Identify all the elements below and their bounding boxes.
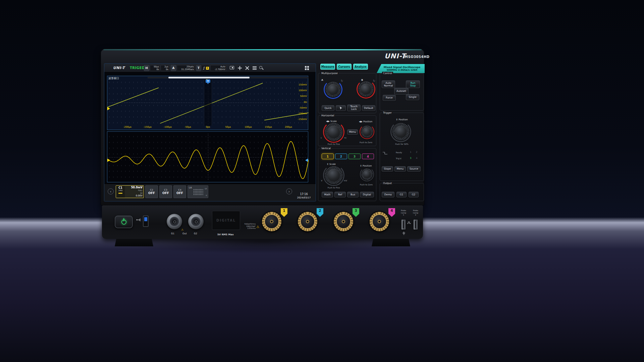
window-layout-icon[interactable] <box>305 66 309 70</box>
horizontal-menu-panel-button[interactable]: Menu <box>347 129 358 135</box>
slope-edge-icon <box>382 151 388 155</box>
force-button[interactable]: Force <box>383 95 396 101</box>
output-title: Output <box>382 182 393 185</box>
multipurpose-a-knob[interactable] <box>325 82 341 97</box>
timebase-zoom-field[interactable]: 2μs 0s <box>161 65 169 71</box>
channel4-tab: 4 <box>388 208 395 217</box>
y-label: 0V <box>304 101 307 104</box>
channel1-button[interactable]: 1 <box>322 154 334 159</box>
left-foot <box>115 239 153 246</box>
bus-button[interactable]: Bus <box>347 192 359 197</box>
x-label: 100μs <box>245 126 252 128</box>
v-position-label: ⇕ Position <box>360 165 372 167</box>
overview-scrollbar[interactable] <box>148 77 309 78</box>
measure-label: Measure <box>321 65 334 68</box>
banner-line2: 500MHz 2.5GSa/s 12bit <box>387 69 418 72</box>
ref-button[interactable]: Ref <box>334 192 346 197</box>
h-unit-ns: ns <box>344 136 346 139</box>
next-page-button[interactable]: › <box>286 188 292 194</box>
zoom-window-band[interactable] <box>204 79 212 126</box>
trigger-settings-field[interactable]: Auto -2.700mV <box>210 65 226 71</box>
slope-button[interactable]: Slope <box>382 166 393 172</box>
screen-topbar: UNI-T TRIGED H 50μs 0s 2μs 0s A 25kpts 3… <box>104 64 316 72</box>
ch1-ground-marker-zoom[interactable] <box>107 159 110 162</box>
input-rating-text: 50Ω≤5Vrms 1MΩ/18pF 135Vrms <box>241 223 256 230</box>
gen1-output-bnc <box>167 214 182 229</box>
single-button[interactable]: Single <box>406 94 419 100</box>
timebase-main-field[interactable]: 50μs 0s <box>150 65 160 71</box>
cursor-icon[interactable] <box>238 66 242 70</box>
screenshot-icon[interactable] <box>230 66 234 69</box>
source-button[interactable]: Source <box>407 166 421 172</box>
ch1-ground-marker-main[interactable] <box>107 107 110 110</box>
overview-thumb[interactable] <box>168 77 250 78</box>
autoset-button[interactable]: Autoset <box>394 88 409 95</box>
knob-b-ring <box>357 80 375 99</box>
usb-ss-icon <box>136 218 142 222</box>
trigger-position-marker[interactable]: T <box>206 79 210 83</box>
trigger-menu-button[interactable]: T <box>196 65 201 71</box>
la-low: 0 <box>206 194 207 196</box>
beeper-button[interactable] <box>336 105 346 111</box>
horizontal-position-knob[interactable] <box>361 126 373 138</box>
gen2-output-bnc <box>188 214 204 229</box>
math-button[interactable]: Math <box>322 192 333 197</box>
channel2-status-box[interactable]: C2 OFF <box>145 185 158 198</box>
channel3-status-box[interactable]: C3 OFF <box>159 185 172 198</box>
channel2-button[interactable]: 2 <box>335 154 347 159</box>
search-icon[interactable] <box>259 66 262 69</box>
channel1-status-box[interactable]: C1 1MΩ 50.0mV FULL 1X 0.00V <box>116 185 144 198</box>
auto-normal-button[interactable]: Auto Normal <box>382 80 395 88</box>
power-button[interactable] <box>115 216 133 228</box>
trigger-level: -2.700mV <box>215 68 225 71</box>
vertical-position-knob[interactable] <box>361 169 373 180</box>
channel4-status-box[interactable]: C4 OFF <box>173 185 186 198</box>
acquire-field[interactable]: 25kpts 31.25MSa/s <box>177 65 195 71</box>
demo-button[interactable]: Demo <box>382 192 394 197</box>
digital-button[interactable]: Digital <box>360 192 374 197</box>
trigger-level-marker[interactable] <box>305 159 308 162</box>
cursors-button[interactable]: Cursors <box>337 64 352 70</box>
knob-a-label: A <box>321 79 323 81</box>
ch4-label: 4 <box>367 155 369 158</box>
analyze-button[interactable]: Analyze <box>353 64 368 70</box>
measure-button[interactable]: Measure <box>320 64 335 70</box>
menu-list-icon[interactable] <box>253 66 257 70</box>
run-stop-button[interactable]: Run Stop <box>406 80 420 88</box>
acquire-menu-button[interactable]: A <box>171 65 176 71</box>
probe-comp2-label: Probe Comp 2 <box>411 209 420 216</box>
prev-page-button[interactable]: ‹ <box>108 188 114 194</box>
trigger-level-knob[interactable] <box>392 123 410 140</box>
quick-button[interactable]: Quick <box>322 105 334 111</box>
channel4-name: C4 <box>178 189 181 191</box>
logic-analyzer-box[interactable]: LA 15 0 <box>187 185 208 198</box>
default-button[interactable]: Default <box>362 105 375 111</box>
g1-button[interactable]: G1 <box>396 192 407 197</box>
touch-screen[interactable]: UNI-T TRIGED H 50μs 0s 2μs 0s A 25kpts 3… <box>104 63 316 201</box>
warning-icon-out: ⚠ <box>181 228 183 231</box>
x-label: -50μs <box>184 126 191 128</box>
screen-logo: UNI-T <box>113 66 125 70</box>
indicator-3: 3 <box>410 157 411 160</box>
power-icon <box>121 220 126 225</box>
channel3-button[interactable]: 3 <box>348 154 361 159</box>
multipurpose-b-knob[interactable] <box>358 81 374 97</box>
sample-rate: 31.25MSa/s <box>181 68 194 71</box>
touch-lock-button[interactable]: Touch Lock <box>347 105 361 111</box>
tools-icon[interactable] <box>245 66 249 70</box>
horizontal-scale-knob[interactable] <box>325 123 343 141</box>
v-unit-v: V <box>321 179 322 182</box>
vertical-scale-knob[interactable] <box>325 166 343 184</box>
channel4-button[interactable]: 4 <box>362 154 374 159</box>
date-label: 2024/03/17 <box>292 196 316 199</box>
source-label: Source <box>410 168 418 170</box>
channel2-tab: 2 <box>317 208 323 217</box>
t-knob-ring <box>390 121 411 142</box>
trigger-source-indicator[interactable]: 1 <box>202 65 210 71</box>
trigger-status-label: TRIGED <box>130 66 145 70</box>
touch-lock-line2: Lock <box>351 108 357 111</box>
g2-button[interactable]: G2 <box>409 192 419 197</box>
horizontal-menu-button[interactable]: H <box>144 65 149 71</box>
background: UNI-T MSO3054HD UNI-T TRIGED H 50μs 0s 2… <box>0 0 644 362</box>
trigger-menu-panel-button[interactable]: Menu <box>394 166 406 172</box>
